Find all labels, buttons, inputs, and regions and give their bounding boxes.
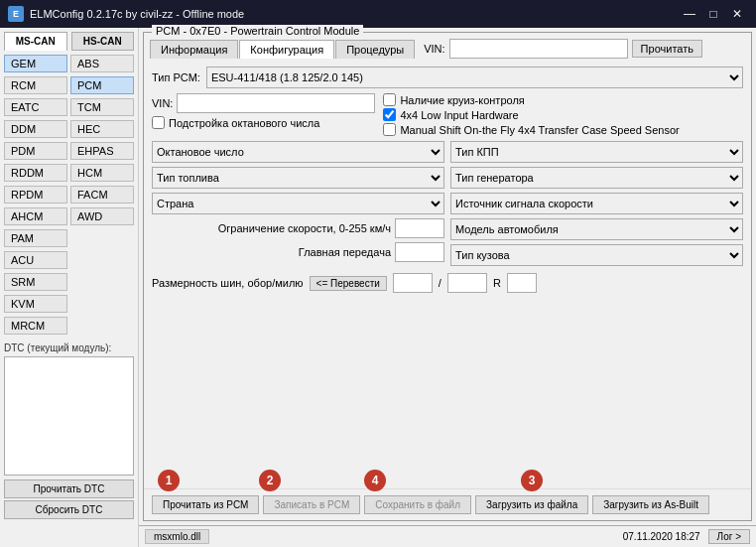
low-input-label: 4x4 Low Input Hardware <box>400 109 518 121</box>
main-gear-row: Главная передача <box>152 242 444 262</box>
read-dtc-button[interactable]: Прочитать DTC <box>4 479 134 498</box>
write-to-pcm-button[interactable]: Записать в PCM <box>263 495 360 514</box>
save-to-file-button[interactable]: Сохранить в файл <box>364 495 471 514</box>
oct-label: Подстройка октанового числа <box>169 117 319 129</box>
vin-header-input[interactable] <box>449 39 628 59</box>
status-dll: msxmlo.dll <box>145 529 209 544</box>
main-gear-label: Главная передача <box>152 246 391 258</box>
title-bar-controls: — □ ✕ <box>679 4 748 24</box>
fuel-select[interactable]: Тип топлива <box>152 167 444 189</box>
kriz-checkbox[interactable] <box>383 93 396 106</box>
tire-r-label: R <box>493 277 501 289</box>
tab-procedures[interactable]: Процедуры <box>335 40 415 59</box>
circle-3: 3 <box>521 470 543 491</box>
dtc-label: DTC (текущий модуль): <box>4 342 134 353</box>
load-from-file-button[interactable]: Загрузить из файла <box>475 495 588 514</box>
sidebar-item-kvm[interactable]: KVM <box>4 295 67 313</box>
vin-header-section: VIN: Прочитать <box>424 39 702 59</box>
sidebar-item-eatc[interactable]: EATC <box>4 98 67 116</box>
country-select[interactable]: Страна <box>152 193 444 214</box>
minimize-button[interactable]: — <box>679 4 700 24</box>
dtc-section: DTC (текущий модуль): Прочитать DTC Сбро… <box>4 342 134 519</box>
speed-limit-input[interactable] <box>395 218 444 238</box>
low-input-checkbox[interactable] <box>383 108 396 121</box>
manual-checkbox[interactable] <box>383 123 396 136</box>
right-dropdowns: Тип КПП Тип генератора Источник сигнала … <box>450 141 743 266</box>
status-right: 07.11.2020 18:27 Лог > <box>623 529 750 544</box>
sidebar-item-tcm[interactable]: TCM <box>70 98 134 116</box>
read-from-pcm-button[interactable]: Прочитать из PCM <box>152 495 259 514</box>
app-icon: E <box>8 6 24 22</box>
circle-1: 1 <box>158 470 180 491</box>
tire-input-2[interactable] <box>447 273 487 293</box>
sidebar-item-mrcm[interactable]: MRCM <box>4 317 67 335</box>
kriz-checkbox-row: Наличие круиз-контроля <box>383 93 679 106</box>
speed-source-select[interactable]: Источник сигнала скорости <box>450 193 743 214</box>
sidebar-item-pcm[interactable]: PCM <box>70 76 134 94</box>
oct-checkbox-row: Подстройка октанового числа <box>152 116 375 129</box>
car-model-select[interactable]: Модель автомобиля <box>450 218 743 240</box>
octane-select[interactable]: Октановое число <box>152 141 444 163</box>
body-type-select[interactable]: Тип кузова <box>450 244 743 266</box>
sidebar-item-pam[interactable]: PAM <box>4 229 67 247</box>
vin-header-label: VIN: <box>424 43 444 55</box>
manual-label: Manual Shift On-the Fly 4x4 Transfer Cas… <box>400 124 679 136</box>
tab-information[interactable]: Информация <box>150 40 238 59</box>
sidebar-item-gem[interactable]: GEM <box>4 55 67 72</box>
speed-limit-row: Ограничение скорости, 0-255 км/ч <box>152 218 444 238</box>
vin-left: VIN: Подстройка октанового числа <box>152 93 375 129</box>
vin-read-button[interactable]: Прочитать <box>632 40 702 58</box>
vin-input-row: VIN: <box>152 93 375 113</box>
dtc-buttons: Прочитать DTC Сбросить DTC <box>4 479 134 519</box>
title-bar: E ELMConfig 0.2.17c by civil-zz - Offlin… <box>0 0 756 28</box>
circle-4: 4 <box>364 470 386 491</box>
pcm-type-label: Тип PCM: <box>152 71 200 83</box>
tire-input-1[interactable] <box>393 273 433 293</box>
generator-select[interactable]: Тип генератора <box>450 167 743 189</box>
app-title: ELMConfig 0.2.17c by civil-zz - Offline … <box>30 8 244 20</box>
load-as-built-button[interactable]: Загрузить из As-Built <box>592 495 709 514</box>
circle-2: 2 <box>259 470 281 491</box>
config-content: Тип PCM: ESU-411/418 (1.8 125/2.0 145) V… <box>144 59 751 488</box>
sidebar-item-ahcm[interactable]: AHCM <box>4 207 67 225</box>
pcm-type-select[interactable]: ESU-411/418 (1.8 125/2.0 145) <box>206 67 743 88</box>
status-datetime: 07.11.2020 18:27 <box>623 531 700 542</box>
log-button[interactable]: Лог > <box>708 529 750 544</box>
tab-configuration[interactable]: Конфигурация <box>239 40 334 59</box>
vin-input-field[interactable] <box>177 93 375 113</box>
vin-checkboxes-row: VIN: Подстройка октанового числа Наличие… <box>152 93 743 136</box>
sidebar-item-rddm[interactable]: RDDM <box>4 164 67 182</box>
sidebar-item-acu[interactable]: ACU <box>4 251 67 269</box>
vin-label: VIN: <box>152 97 173 109</box>
tire-input-3[interactable] <box>507 273 537 293</box>
tab-ms-can[interactable]: MS-CAN <box>4 32 67 51</box>
sidebar-tabs: MS-CAN HS-CAN <box>4 32 134 51</box>
sidebar-item-facm[interactable]: FACM <box>70 186 134 204</box>
sidebar-item-rpdm[interactable]: RPDM <box>4 186 67 204</box>
sidebar-item-srm[interactable]: SRM <box>4 273 67 291</box>
sidebar-item-hcm[interactable]: HCM <box>70 164 134 182</box>
sidebar-item-hec[interactable]: HEC <box>70 120 134 138</box>
sidebar-item-rcm[interactable]: RCM <box>4 76 67 94</box>
convert-button[interactable]: <= Перевести <box>310 276 387 291</box>
sidebar-item-ddm[interactable]: DDM <box>4 120 67 138</box>
sidebar: MS-CAN HS-CAN GEM RCM EATC DDM PDM RDDM … <box>0 28 139 547</box>
checkboxes-section: Наличие круиз-контроля 4x4 Low Input Har… <box>383 93 679 136</box>
pcm-type-row: Тип PCM: ESU-411/418 (1.8 125/2.0 145) <box>152 67 743 88</box>
maximize-button[interactable]: □ <box>702 4 724 24</box>
gearbox-select[interactable]: Тип КПП <box>450 141 743 163</box>
sidebar-item-abs[interactable]: ABS <box>70 55 134 72</box>
reset-dtc-button[interactable]: Сбросить DTC <box>4 500 134 519</box>
tab-hs-can[interactable]: HS-CAN <box>71 32 135 51</box>
status-bar: msxmlo.dll 07.11.2020 18:27 Лог > <box>139 525 756 547</box>
dropdowns-area: Октановое число Тип топлива Страна Огран… <box>152 141 743 266</box>
sidebar-item-pdm[interactable]: PDM <box>4 142 67 160</box>
pcm-panel: PCM - 0x7E0 - Powertrain Control Module … <box>143 32 752 521</box>
oct-checkbox[interactable] <box>152 116 165 129</box>
main-gear-input[interactable] <box>395 242 444 262</box>
tire-size-label: Размерность шин, обор/милю <box>152 277 304 289</box>
tire-slash: / <box>439 277 441 289</box>
sidebar-item-ehpas[interactable]: EHPAS <box>70 142 134 160</box>
sidebar-item-awd[interactable]: AWD <box>70 207 134 225</box>
close-button[interactable]: ✕ <box>726 4 748 24</box>
